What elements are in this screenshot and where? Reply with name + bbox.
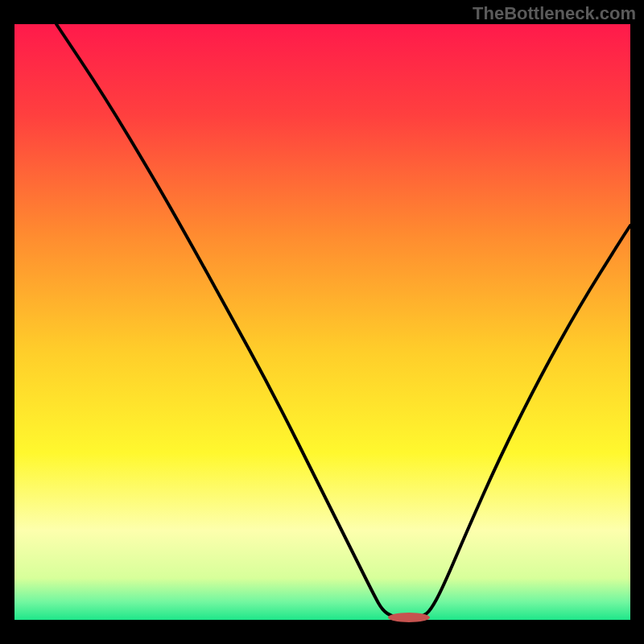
plot-area: [14, 24, 630, 620]
bottleneck-chart: [0, 0, 644, 644]
optimal-marker: [388, 613, 430, 622]
chart-container: TheBottleneck.com: [0, 0, 644, 644]
watermark-text: TheBottleneck.com: [473, 3, 636, 24]
